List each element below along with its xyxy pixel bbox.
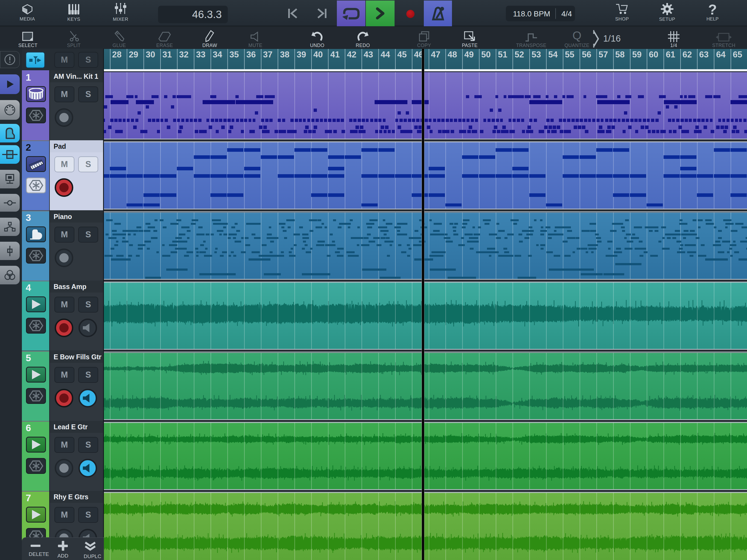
svg-text:63: 63 — [699, 50, 709, 59]
svg-text:35: 35 — [229, 50, 239, 59]
svg-text:51: 51 — [498, 50, 507, 59]
svg-text:60: 60 — [649, 50, 658, 59]
svg-text:42: 42 — [347, 50, 356, 59]
svg-text:50: 50 — [481, 50, 491, 59]
svg-text:40: 40 — [313, 50, 323, 59]
svg-text:28: 28 — [112, 50, 121, 59]
svg-text:41: 41 — [330, 50, 340, 59]
svg-text:64: 64 — [716, 50, 726, 59]
svg-text:44: 44 — [381, 50, 390, 59]
svg-text:62: 62 — [682, 50, 692, 59]
svg-text:34: 34 — [213, 50, 222, 59]
svg-text:30: 30 — [146, 50, 155, 59]
svg-text:52: 52 — [515, 50, 524, 59]
svg-text:33: 33 — [196, 50, 205, 59]
svg-text:Q: Q — [572, 30, 582, 42]
svg-text:32: 32 — [179, 50, 188, 59]
svg-text:29: 29 — [129, 50, 138, 59]
svg-text:61: 61 — [666, 50, 675, 59]
svg-text:53: 53 — [532, 50, 541, 59]
svg-text:39: 39 — [297, 50, 306, 59]
svg-text:65: 65 — [733, 50, 742, 59]
svg-text:36: 36 — [247, 50, 256, 59]
svg-text:37: 37 — [263, 50, 272, 59]
svg-text:59: 59 — [632, 50, 641, 59]
svg-text:58: 58 — [615, 50, 624, 59]
svg-text:47: 47 — [431, 50, 440, 59]
svg-text:56: 56 — [582, 50, 591, 59]
svg-text:57: 57 — [598, 50, 608, 59]
svg-text:31: 31 — [162, 50, 172, 59]
svg-text:54: 54 — [548, 50, 558, 59]
svg-text:38: 38 — [280, 50, 289, 59]
svg-text:45: 45 — [397, 50, 407, 59]
svg-text:49: 49 — [464, 50, 473, 59]
svg-text:55: 55 — [565, 50, 574, 59]
svg-text:48: 48 — [447, 50, 457, 59]
svg-text:43: 43 — [364, 50, 373, 59]
